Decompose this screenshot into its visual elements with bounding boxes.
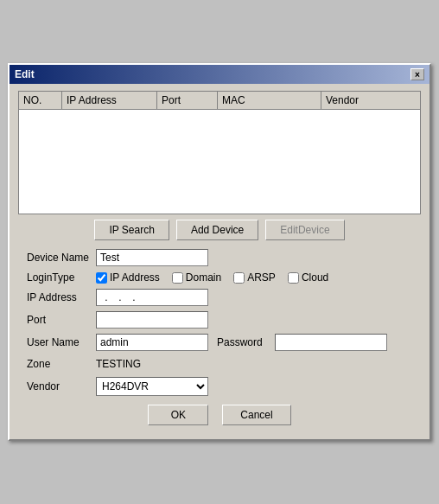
form-section: Device Name LoginType IP Address Domain xyxy=(18,249,421,396)
arsp-checkbox[interactable] xyxy=(233,272,245,284)
device-name-row: Device Name xyxy=(27,249,412,266)
device-table: NO. IP Address Port MAC Vendor xyxy=(18,91,421,214)
ip-address-row: IP Address xyxy=(27,289,412,306)
vendor-row: Vendor H264DVR ONVIF AXIS Other xyxy=(27,377,412,396)
cancel-button[interactable]: Cancel xyxy=(222,405,290,425)
port-row: Port xyxy=(27,311,412,329)
ip-address-checkbox-label: IP Address xyxy=(110,271,160,284)
ip-address-checkbox[interactable] xyxy=(96,272,107,284)
login-type-options: IP Address Domain ARSP Cloud xyxy=(96,271,328,284)
password-group: Password xyxy=(217,334,387,351)
username-input[interactable] xyxy=(96,334,208,351)
domain-checkbox[interactable] xyxy=(172,272,183,284)
ip-address-label: IP Address xyxy=(27,291,96,303)
table-header: NO. IP Address Port MAC Vendor xyxy=(19,92,420,110)
close-button[interactable]: × xyxy=(410,68,424,80)
arsp-checkbox-item: ARSP xyxy=(233,271,276,284)
ip-address-checkbox-item: IP Address xyxy=(96,271,160,284)
password-input[interactable] xyxy=(275,334,387,351)
password-label: Password xyxy=(217,336,263,348)
window-content: NO. IP Address Port MAC Vendor IP Search… xyxy=(10,84,429,439)
window-title: Edit xyxy=(15,68,35,80)
zone-value: TESTING xyxy=(96,356,141,372)
edit-device-button[interactable]: EditDevice xyxy=(265,220,344,240)
port-input[interactable] xyxy=(96,311,208,329)
arsp-checkbox-label: ARSP xyxy=(247,271,276,284)
table-body xyxy=(19,110,420,214)
username-label: User Name xyxy=(27,336,96,348)
col-vendor: Vendor xyxy=(321,92,417,109)
zone-label: Zone xyxy=(27,358,96,370)
vendor-select[interactable]: H264DVR ONVIF AXIS Other xyxy=(96,377,208,396)
login-type-row: LoginType IP Address Domain ARSP xyxy=(27,271,412,284)
port-label: Port xyxy=(27,314,96,326)
col-ip: IP Address xyxy=(62,92,157,109)
col-mac: MAC xyxy=(218,92,321,109)
device-name-label: Device Name xyxy=(27,252,96,264)
device-name-input[interactable] xyxy=(96,249,208,266)
ip-search-button[interactable]: IP Search xyxy=(94,220,169,240)
zone-row: Zone TESTING xyxy=(27,356,412,372)
domain-checkbox-label: Domain xyxy=(186,271,221,284)
vendor-label: Vendor xyxy=(27,380,96,392)
login-type-label: LoginType xyxy=(27,271,96,284)
action-buttons-row: IP Search Add Device EditDevice xyxy=(18,220,421,240)
cloud-checkbox-label: Cloud xyxy=(302,271,328,284)
col-no: NO. xyxy=(19,92,62,109)
add-device-button[interactable]: Add Device xyxy=(176,220,258,240)
username-password-row: User Name Password xyxy=(27,334,412,351)
cloud-checkbox-item: Cloud xyxy=(288,271,328,284)
domain-checkbox-item: Domain xyxy=(172,271,221,284)
title-bar: Edit × xyxy=(10,65,429,84)
ip-address-input[interactable] xyxy=(96,289,208,306)
ok-button[interactable]: OK xyxy=(148,405,208,425)
ok-cancel-row: OK Cancel xyxy=(18,405,421,432)
edit-window: Edit × NO. IP Address Port MAC Vendor IP… xyxy=(8,63,431,441)
cloud-checkbox[interactable] xyxy=(288,272,299,284)
col-port: Port xyxy=(157,92,218,109)
